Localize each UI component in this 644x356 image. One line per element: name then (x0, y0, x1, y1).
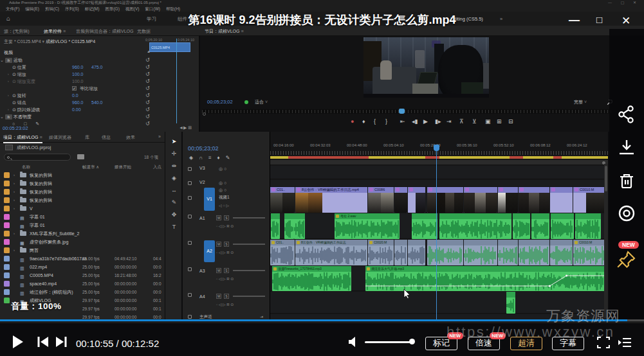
mute-button[interactable]: M (216, 242, 221, 247)
video-clip[interactable]: 8云创作：VR棉编辑的工作日志.mp4 (295, 187, 367, 213)
volume-slider[interactable] (233, 296, 265, 297)
audio-clip[interactable]: C01.. (270, 240, 295, 265)
lock-icon[interactable] (188, 315, 192, 319)
playhead-marker[interactable] (434, 145, 439, 151)
project-row[interactable]: ▦虚空创作聚焦条.jpg (0, 238, 165, 246)
chevron-icon[interactable]: › (14, 196, 15, 204)
video-clip[interactable]: C0086 (368, 187, 394, 213)
next-button[interactable] (55, 336, 67, 348)
player-maximize-button[interactable]: □ (596, 14, 602, 25)
tool-slip[interactable]: ↔ (165, 187, 183, 193)
chevron-icon[interactable]: › (14, 204, 15, 213)
project-row[interactable]: ▥靖江创作：(棉纺组内)25.00 fps00:00:00:0000:0 (0, 288, 165, 296)
project-row[interactable]: ›恢复的剪辑 (0, 188, 165, 196)
tool-type[interactable]: T (165, 224, 183, 230)
lock-icon[interactable] (188, 241, 192, 245)
premiere-window-controls[interactable]: — ▢ ✕ (608, 0, 640, 6)
volume-slider[interactable] (233, 244, 265, 245)
chevron-icon[interactable]: › (14, 229, 15, 238)
ec-collapse[interactable]: ▲ (147, 49, 151, 53)
eye-icon[interactable]: ◎ ○ (219, 181, 226, 186)
audio-clip[interactable] (271, 213, 280, 239)
mute-button[interactable]: M (216, 294, 221, 299)
player-close-button[interactable]: ✕ (621, 14, 630, 28)
transport-mark-out[interactable]: } (385, 118, 387, 125)
bin-icon[interactable] (5, 145, 13, 150)
audio-clip[interactable] (531, 213, 549, 239)
mute-button[interactable]: M (216, 215, 221, 220)
lock-icon[interactable] (188, 196, 192, 200)
col-fps[interactable]: 帧速率 ∧ (82, 165, 99, 170)
audio-clip[interactable] (551, 213, 574, 239)
tool-razor[interactable]: ◈ (165, 175, 183, 181)
tab-audio-mixer[interactable]: 音频剪辑混合器：成棉VLOG (76, 28, 133, 35)
new-bin-icon[interactable] (77, 154, 84, 159)
transport-marker[interactable]: ♦ (362, 118, 365, 125)
chevron-icon[interactable]: › (14, 246, 15, 254)
video-clip[interactable] (408, 187, 425, 213)
transport-compare[interactable]: ⊞ (497, 118, 502, 125)
video-clip[interactable] (498, 187, 518, 213)
solo-button[interactable]: S (224, 242, 229, 247)
audio-clip[interactable] (464, 240, 497, 265)
transport-step-back[interactable]: ◂▮ (412, 118, 418, 125)
volume-slider[interactable] (365, 341, 414, 343)
transport-step-forward[interactable]: ▮▸ (435, 118, 441, 125)
tab-effects[interactable]: 效果 (126, 134, 135, 141)
audio-clip[interactable]: 潮流音乐大气开场.mp3 (365, 266, 605, 291)
menu-序列(S)[interactable]: 序列(S) (65, 6, 79, 11)
video-clip[interactable] (464, 187, 497, 213)
work-area-bar[interactable] (270, 160, 608, 165)
tool-selection[interactable]: ➤ (165, 138, 183, 145)
video-clip[interactable] (427, 187, 463, 213)
fit-icon[interactable]: ⇥ (260, 314, 263, 319)
play-button[interactable] (12, 335, 24, 349)
tab-effect-controls[interactable]: 效果控件 ≡ (44, 28, 66, 35)
transport-play[interactable]: ▶ (423, 118, 428, 125)
col-in[interactable]: 入点 (153, 165, 161, 170)
audio-clip[interactable] (575, 213, 601, 239)
audio-clip[interactable] (498, 240, 518, 265)
program-fit-select[interactable]: 适合 ˅ (255, 99, 268, 105)
keyframe-nav[interactable]: ◁ ○ ▷ (219, 203, 229, 208)
program-res-select[interactable]: 完整 ˅ (574, 99, 587, 105)
transport-go-to-out[interactable]: ⇥ (446, 118, 452, 125)
transport-record[interactable]: ● (351, 118, 354, 125)
timeline-toolbar[interactable]: ◈∩≡♦✎ (189, 155, 235, 161)
pin-icon[interactable] (617, 250, 636, 269)
mute-button[interactable]: M (216, 268, 221, 273)
transport-extract[interactable]: ⊻ (472, 118, 477, 125)
video-clip[interactable]: C01.. (270, 187, 295, 213)
audio-clip[interactable] (284, 213, 294, 239)
solo-button[interactable]: S (224, 215, 229, 220)
menu-文件(F)[interactable]: 文件(F) (6, 6, 19, 11)
audio-clip[interactable] (513, 213, 530, 239)
tool-ripple-edit[interactable]: ⇹ (165, 163, 183, 169)
video-clip[interactable]: C0010.M (573, 187, 605, 213)
transport-go-to-in[interactable]: ⇤ (400, 118, 405, 125)
project-row[interactable]: ›恢复的剪辑 (0, 196, 165, 204)
solo-button[interactable]: S (224, 294, 229, 299)
project-row[interactable]: ›恢复的剪辑 (0, 171, 165, 179)
share-icon[interactable] (617, 105, 636, 124)
menu-窗口(W)[interactable]: 窗口(W) (145, 6, 160, 11)
project-row[interactable]: ›恢复的剪辑 (0, 179, 165, 188)
audio-clip[interactable] (519, 240, 549, 265)
menu-标记(M)[interactable]: 标记(M) (85, 6, 100, 11)
lock-icon[interactable] (188, 167, 192, 171)
project-breadcrumb[interactable]: 成棉VLOG.prproj (17, 145, 51, 151)
menu-bar[interactable]: 文件(F)编辑(E)剪辑(C)序列(S)标记(M)图形(G)视图(V)窗口(W)… (0, 6, 644, 12)
project-row[interactable]: ▥space40.mp425.00 fps00:00:00:0000:0 (0, 280, 165, 288)
audio-clip[interactable] (412, 213, 437, 239)
project-row[interactable]: ▥C0005.MP425.00 fps16:21:48:0016:2 (0, 271, 165, 280)
volume-slider[interactable] (233, 270, 265, 271)
project-row[interactable]: ▤字幕 01 (0, 213, 165, 221)
trash-icon[interactable] (617, 172, 636, 191)
audio-clip[interactable] (506, 292, 515, 314)
video-clip[interactable] (519, 187, 549, 213)
tab-libraries[interactable]: 库 (85, 134, 89, 141)
tab-info[interactable]: 信息 (102, 134, 111, 141)
tab-metadata[interactable]: 元数据 (137, 28, 151, 35)
transport-export-frame[interactable]: ▣ (485, 118, 491, 125)
playlist-icon[interactable] (618, 337, 632, 348)
